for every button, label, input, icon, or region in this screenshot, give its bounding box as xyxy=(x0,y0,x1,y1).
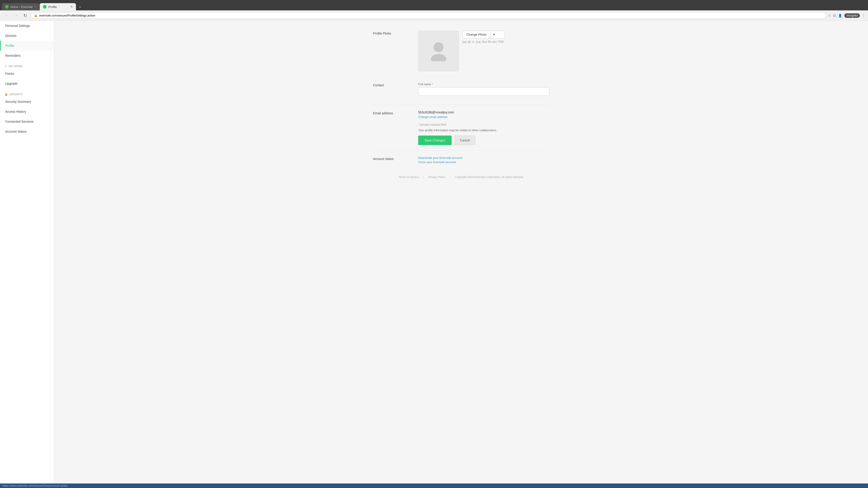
sidebar-item-security-summary[interactable]: Security Summary xyxy=(0,97,54,107)
toolbar-right: ☆ ⊡ 👤 Incognito ⋮ xyxy=(828,13,865,18)
full-name-field: Full name * xyxy=(418,83,549,96)
reminders-label: Reminders xyxy=(5,54,21,57)
content-inner: Profile Photo Change Photo xyxy=(364,21,558,189)
page-footer: Terms of Service | Privacy Policy | Copy… xyxy=(373,170,549,184)
main-layout: Personal Settings Devices Profile Remind… xyxy=(0,21,868,488)
photo-button-area: Change Photo ▼ jpg, gif, or .png. Max fi… xyxy=(463,31,505,43)
change-email-link[interactable]: Change email address xyxy=(418,115,447,119)
tab-profile[interactable]: Profile ✕ xyxy=(40,3,76,10)
sidebar-item-profile[interactable]: Profile xyxy=(0,41,54,51)
browser-chrome: Home - Evernote ✕ Profile ✕ + ← → ↻ 🔒 ☆ … xyxy=(0,0,868,21)
account-status-label: Account Status xyxy=(5,130,26,133)
footer-separator-2: | xyxy=(450,175,451,179)
back-button[interactable]: ← xyxy=(3,12,10,19)
address-input[interactable] xyxy=(39,14,823,17)
svg-point-1 xyxy=(431,54,446,61)
security-label: SECURITY xyxy=(9,93,23,96)
connected-services-label: Connected Services xyxy=(5,120,33,123)
sidebar-item-personal-settings[interactable]: Personal Settings xyxy=(0,21,54,31)
contact-section-label: Contact xyxy=(373,83,418,99)
sidebar-item-devices[interactable]: Devices xyxy=(0,31,54,41)
account-status-section-content: Deactivate your Evernote account Close y… xyxy=(418,156,549,165)
change-photo-button[interactable]: Change Photo ▼ xyxy=(463,31,505,38)
contact-section-content: Full name * xyxy=(418,83,549,99)
close-tab-home[interactable]: ✕ xyxy=(34,5,37,8)
sidebar-item-account-status[interactable]: Account Status xyxy=(0,127,54,136)
footer-separator-1: | xyxy=(423,175,424,179)
security-summary-label: Security Summary xyxy=(5,100,31,103)
action-buttons: Save Changes Cancel xyxy=(418,135,549,145)
profile-photo-placeholder xyxy=(418,31,459,71)
tab-home[interactable]: Home - Evernote ✕ xyxy=(2,3,40,10)
photo-controls: Change Photo ▼ jpg, gif, or .png. Max fi… xyxy=(418,31,549,71)
bookmark-icon[interactable]: ☆ xyxy=(828,14,831,18)
full-name-input[interactable] xyxy=(418,87,549,96)
cancel-button[interactable]: Cancel xyxy=(454,135,475,145)
deactivate-account-link[interactable]: Deactivate your Evernote account xyxy=(418,156,549,160)
sidebar-item-points[interactable]: Points xyxy=(0,69,54,78)
privacy-link[interactable]: Privacy Policy xyxy=(428,175,445,179)
get-more-icon: ★ xyxy=(4,65,7,68)
devices-label: Devices xyxy=(5,34,17,37)
toolbar: ← → ↻ 🔒 ☆ ⊡ 👤 Incognito ⋮ xyxy=(0,10,868,21)
avatar-svg xyxy=(430,41,447,61)
close-account-link[interactable]: Close your Evernote account xyxy=(418,160,549,164)
photo-section-label: Profile Photo xyxy=(373,31,418,71)
sidebar: Personal Settings Devices Profile Remind… xyxy=(0,21,54,488)
copyright-text: Copyright 2024 Evernote Corporation. All… xyxy=(455,175,524,179)
change-photo-label: Change Photo xyxy=(463,31,491,38)
sidebar-item-upgrade[interactable]: Upgrade xyxy=(0,78,54,89)
tab-home-title: Home - Evernote xyxy=(10,5,33,8)
security-icon: 🔒 xyxy=(4,93,8,96)
profile-photo-section: Profile Photo Change Photo xyxy=(373,25,549,77)
profile-visibility-note: Your profile information may be visible … xyxy=(418,129,549,132)
tab-bar: Home - Evernote ✕ Profile ✕ + xyxy=(0,0,868,10)
evernote-icon xyxy=(5,5,8,8)
menu-icon[interactable]: ⋮ xyxy=(862,14,865,18)
status-bar: https://www.evernote.com/secure/CloseAcc… xyxy=(0,484,868,488)
email-section-label: Email address xyxy=(373,110,418,145)
tab-profile-title: Profile xyxy=(49,5,57,8)
incognito-badge: Incognito xyxy=(844,13,860,18)
photo-section-content: Change Photo ▼ jpg, gif, or .png. Max fi… xyxy=(418,31,549,71)
svg-point-0 xyxy=(434,42,443,52)
required-asterisk: * xyxy=(432,83,433,86)
account-status-section: Account status Deactivate your Evernote … xyxy=(373,151,549,170)
sidebar-item-access-history[interactable]: Access History xyxy=(0,107,54,117)
address-bar[interactable]: 🔒 xyxy=(31,12,826,19)
photo-hint: jpg, gif, or .png. Max file size 700K. xyxy=(463,40,505,43)
sidebar-item-connected-services[interactable]: Connected Services xyxy=(0,117,54,127)
account-status-section-label: Account status xyxy=(373,156,418,165)
sidebar-section-security: 🔒 SECURITY xyxy=(0,90,54,97)
save-changes-button[interactable]: Save Changes xyxy=(418,135,452,145)
points-label: Points xyxy=(5,72,14,75)
evernote-profile-icon xyxy=(43,5,46,8)
personal-settings-label: Personal Settings xyxy=(5,24,30,28)
required-note: * denotes required field. xyxy=(418,123,549,126)
access-history-label: Access History xyxy=(5,110,26,113)
change-photo-dropdown-arrow[interactable]: ▼ xyxy=(491,31,498,38)
lock-icon: 🔒 xyxy=(34,14,37,17)
sidebar-section-get-more: ★ GET MORE xyxy=(0,62,54,69)
full-name-label: Full name * xyxy=(418,83,549,86)
email-value: 5b3c818b@moodjoy.com xyxy=(418,110,549,114)
status-url: https://www.evernote.com/secure/CloseAcc… xyxy=(2,484,68,487)
profile-icon[interactable]: 👤 xyxy=(838,14,842,18)
close-tab-profile[interactable]: ✕ xyxy=(70,5,73,8)
profile-label: Profile xyxy=(5,44,14,47)
email-section: Email address 5b3c818b@moodjoy.com Chang… xyxy=(373,105,549,151)
get-more-label: GET MORE xyxy=(8,65,23,68)
upgrade-label: Upgrade xyxy=(5,82,18,86)
sidebar-item-reminders[interactable]: Reminders xyxy=(0,51,54,61)
new-tab-button[interactable]: + xyxy=(77,4,83,10)
content-area: Profile Photo Change Photo xyxy=(54,21,868,488)
forward-button[interactable]: → xyxy=(12,12,20,19)
email-section-content: 5b3c818b@moodjoy.com Change email addres… xyxy=(418,110,549,145)
reload-button[interactable]: ↻ xyxy=(22,12,29,19)
terms-link[interactable]: Terms of Service xyxy=(399,175,418,179)
split-view-icon[interactable]: ⊡ xyxy=(833,14,836,18)
contact-section: Contact Full name * xyxy=(373,77,549,105)
